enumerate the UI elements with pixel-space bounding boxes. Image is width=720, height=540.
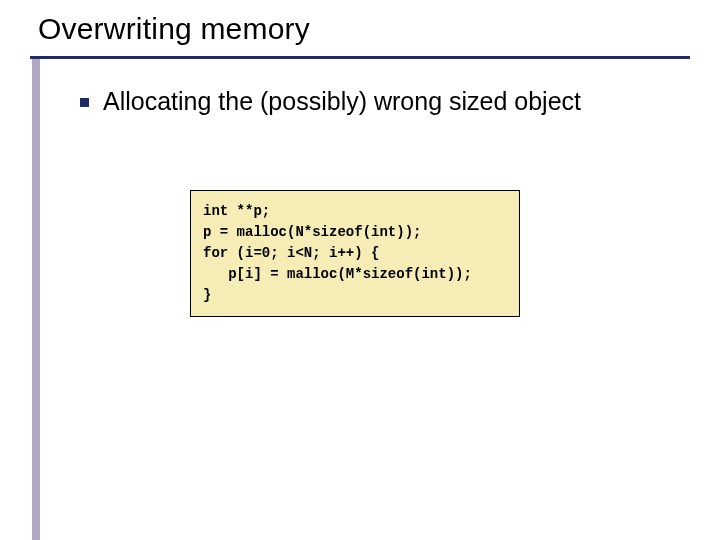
slide-body: Allocating the (possibly) wrong sized ob… <box>80 86 680 117</box>
slide-title: Overwriting memory <box>38 12 310 46</box>
code-block: int **p; p = malloc(N*sizeof(int)); for … <box>190 190 520 317</box>
title-underline <box>30 56 690 59</box>
bullet-item: Allocating the (possibly) wrong sized ob… <box>80 86 680 117</box>
code-line: int **p; <box>203 201 507 222</box>
code-line: } <box>203 285 507 306</box>
left-accent-band <box>32 59 40 540</box>
bullet-text: Allocating the (possibly) wrong sized ob… <box>103 86 581 117</box>
code-line: p[i] = malloc(M*sizeof(int)); <box>203 264 507 285</box>
slide: Overwriting memory Allocating the (possi… <box>0 0 720 540</box>
code-line: for (i=0; i<N; i++) { <box>203 243 507 264</box>
title-area: Overwriting memory <box>38 12 310 46</box>
square-bullet-icon <box>80 98 89 107</box>
code-line: p = malloc(N*sizeof(int)); <box>203 222 507 243</box>
